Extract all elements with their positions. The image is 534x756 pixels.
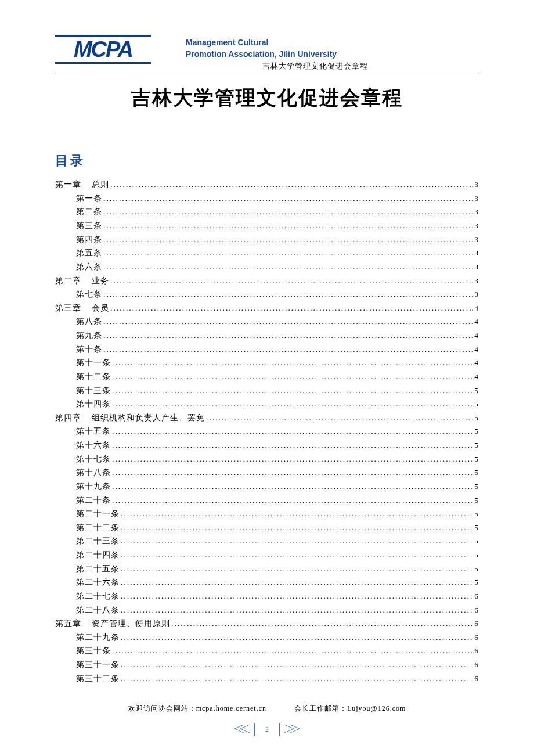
toc-label: 第二十九条 <box>76 631 120 645</box>
toc-leader <box>103 219 473 233</box>
toc-entry[interactable]: 第二十三条5 <box>55 534 479 548</box>
toc-page: 6 <box>474 672 479 686</box>
toc-label: 第二条 <box>76 205 102 219</box>
toc-entry[interactable]: 第一条3 <box>55 192 479 206</box>
toc-leader <box>112 494 473 507</box>
toc-entry[interactable]: 第三章会员4 <box>55 301 479 315</box>
toc-label: 第十八条 <box>76 466 111 480</box>
toc-page: 5 <box>474 494 479 507</box>
toc-page: 5 <box>474 424 479 438</box>
toc-entry[interactable]: 第十八条5 <box>55 466 479 480</box>
toc-label: 第二十三条 <box>76 534 120 548</box>
toc-leader <box>112 424 473 438</box>
toc-label: 第三章会员 <box>55 301 109 315</box>
toc-entry[interactable]: 第二十一条5 <box>55 507 479 521</box>
toc-label: 第二十七条 <box>76 589 120 603</box>
toc-leader <box>112 452 473 466</box>
toc-entry[interactable]: 第十九条5 <box>55 480 479 494</box>
chevron-left-icon <box>233 723 251 736</box>
toc-label: 第四条 <box>76 233 102 247</box>
footer-pager: 2 <box>55 723 479 736</box>
toc-entry[interactable]: 第二十二条5 <box>55 521 479 535</box>
page-title: 吉林大学管理文化促进会章程 <box>55 85 479 111</box>
toc-leader <box>121 575 473 589</box>
toc-page: 3 <box>474 178 479 192</box>
toc-page: 3 <box>474 287 479 301</box>
toc-entry[interactable]: 第十四条5 <box>55 397 479 411</box>
toc-page: 5 <box>474 575 479 589</box>
toc-leader <box>121 548 473 562</box>
toc-entry[interactable]: 第十五条5 <box>55 424 479 438</box>
toc-page: 6 <box>474 631 479 645</box>
toc-entry[interactable]: 第二十八条6 <box>55 603 479 617</box>
logo: MCPA <box>55 35 151 64</box>
toc-entry[interactable]: 第三十条6 <box>55 644 479 658</box>
toc-leader <box>112 466 473 480</box>
toc-label: 第二十四条 <box>76 548 120 562</box>
toc-entry[interactable]: 第十条4 <box>55 343 479 357</box>
toc-page: 4 <box>474 356 479 370</box>
toc-page: 6 <box>474 589 479 603</box>
toc-page: 5 <box>474 438 479 452</box>
toc-label: 第十五条 <box>76 424 111 438</box>
toc-page: 5 <box>474 548 479 562</box>
toc-page: 5 <box>474 521 479 535</box>
toc-label: 第二十五条 <box>76 562 120 576</box>
toc-page: 6 <box>474 644 479 658</box>
toc-page: 4 <box>474 329 479 343</box>
toc-label: 第二十八条 <box>76 603 120 617</box>
toc-label: 第十六条 <box>76 438 111 452</box>
toc-entry[interactable]: 第十三条5 <box>55 384 479 398</box>
toc-entry[interactable]: 第五章资产管理、使用原则6 <box>55 617 479 631</box>
toc-entry[interactable]: 第三条3 <box>55 219 479 233</box>
toc-page: 4 <box>474 301 479 315</box>
toc-page: 3 <box>474 219 479 233</box>
toc-entry[interactable]: 第二十四条5 <box>55 548 479 562</box>
toc-page: 3 <box>474 260 479 274</box>
toc-entry[interactable]: 第五条3 <box>55 246 479 260</box>
toc-entry[interactable]: 第九条4 <box>55 329 479 343</box>
toc-entry[interactable]: 第一章总则3 <box>55 178 479 192</box>
toc-page: 5 <box>474 411 479 425</box>
document-header: MCPA Management Cultural Promotion Assoc… <box>55 35 479 71</box>
toc-leader <box>103 260 473 274</box>
toc-label: 第二十条 <box>76 494 111 507</box>
toc-page: 6 <box>474 658 479 672</box>
toc-entry[interactable]: 第二十七条6 <box>55 589 479 603</box>
toc-entry[interactable]: 第十七条5 <box>55 452 479 466</box>
toc-label: 第十四条 <box>76 397 111 411</box>
footer-email: 会长工作邮箱：Lujyou@126.com <box>294 704 406 714</box>
toc-entry[interactable]: 第四章组织机构和负责人产生、罢免5 <box>55 411 479 425</box>
toc-label: 第三十一条 <box>76 658 120 672</box>
toc-entry[interactable]: 第二十五条5 <box>55 562 479 576</box>
toc-leader <box>171 617 473 631</box>
toc-leader <box>121 603 473 617</box>
toc-label: 第一条 <box>76 192 102 206</box>
toc-entry[interactable]: 第三十一条6 <box>55 658 479 672</box>
toc-entry[interactable]: 第三十二条6 <box>55 672 479 686</box>
toc-leader <box>112 384 473 398</box>
footer-website: 欢迎访问协会网站：mcpa.home.cernet.cn <box>128 704 266 714</box>
toc-entry[interactable]: 第二十条5 <box>55 494 479 507</box>
toc-entry[interactable]: 第四条3 <box>55 233 479 247</box>
toc-entry[interactable]: 第十六条5 <box>55 438 479 452</box>
toc-entry[interactable]: 第二十六条5 <box>55 575 479 589</box>
toc-entry[interactable]: 第十二条4 <box>55 370 479 384</box>
toc-entry[interactable]: 第二十九条6 <box>55 631 479 645</box>
toc-label: 第三十二条 <box>76 672 120 686</box>
page-number: 2 <box>254 723 280 736</box>
toc-entry[interactable]: 第七条3 <box>55 287 479 301</box>
toc-entry[interactable]: 第二章业务3 <box>55 274 479 288</box>
toc-entry[interactable]: 第六条3 <box>55 260 479 274</box>
toc-page: 4 <box>474 343 479 357</box>
toc-leader <box>110 274 473 288</box>
toc-leader <box>110 178 473 192</box>
toc-heading: 目录 <box>55 152 479 170</box>
header-titles: Management Cultural Promotion Associatio… <box>186 35 479 71</box>
toc-entry[interactable]: 第八条4 <box>55 315 479 329</box>
toc-entry[interactable]: 第十一条4 <box>55 356 479 370</box>
toc-label: 第十条 <box>76 343 102 357</box>
toc-page: 6 <box>474 603 479 617</box>
cn-subtitle: 吉林大学管理文化促进会章程 <box>186 61 479 71</box>
toc-entry[interactable]: 第二条3 <box>55 205 479 219</box>
